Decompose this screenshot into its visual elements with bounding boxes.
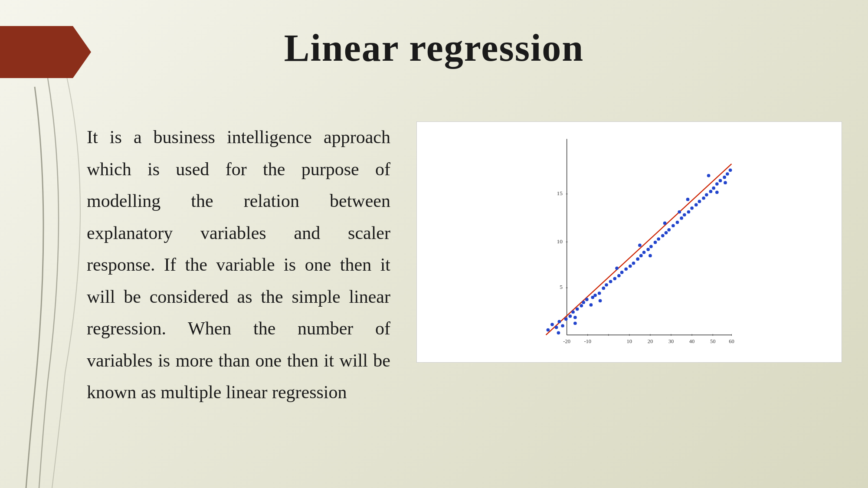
svg-point-78: [615, 266, 619, 270]
svg-point-49: [632, 262, 635, 265]
svg-point-56: [657, 237, 660, 241]
svg-point-41: [602, 287, 605, 290]
text-block: It is a business intelligence approach w…: [87, 121, 390, 409]
svg-text:60: 60: [729, 338, 734, 344]
svg-point-29: [558, 320, 561, 324]
svg-text:30: 30: [668, 338, 674, 344]
chart-container: 5 10 15 -20 -10 10 20 30 40 50 60: [416, 121, 842, 363]
svg-point-87: [724, 181, 727, 184]
svg-point-69: [705, 193, 708, 197]
svg-point-54: [649, 245, 653, 248]
svg-point-31: [564, 318, 568, 321]
svg-point-63: [683, 213, 686, 216]
svg-text:-20: -20: [563, 338, 570, 344]
svg-point-88: [715, 190, 719, 194]
svg-point-71: [712, 187, 715, 190]
svg-point-45: [617, 274, 621, 278]
svg-point-36: [582, 301, 585, 304]
svg-point-38: [590, 303, 593, 307]
svg-text:20: 20: [648, 338, 653, 344]
svg-point-50: [636, 257, 639, 261]
svg-point-34: [576, 308, 579, 311]
svg-point-90: [573, 321, 577, 325]
svg-point-72: [715, 182, 719, 186]
svg-point-77: [599, 299, 602, 302]
slide: Linear regression It is a business intel…: [0, 0, 868, 488]
svg-text:10: 10: [557, 238, 563, 245]
svg-text:40: 40: [689, 338, 695, 344]
svg-point-64: [687, 210, 691, 214]
svg-point-40: [598, 291, 601, 295]
svg-point-86: [678, 210, 681, 214]
svg-text:-10: -10: [584, 338, 591, 344]
svg-point-33: [571, 310, 575, 314]
svg-point-75: [726, 172, 729, 176]
svg-point-84: [591, 296, 594, 299]
svg-point-85: [649, 254, 652, 258]
svg-point-74: [723, 176, 726, 179]
svg-point-28: [555, 326, 558, 329]
svg-point-62: [680, 216, 683, 220]
svg-point-82: [707, 174, 711, 177]
svg-point-73: [719, 179, 722, 183]
svg-point-79: [638, 244, 642, 247]
content-area: It is a business intelligence approach w…: [87, 121, 842, 409]
svg-point-61: [676, 221, 679, 224]
svg-point-66: [694, 203, 698, 206]
svg-text:15: 15: [557, 190, 563, 197]
svg-point-48: [629, 265, 632, 268]
svg-point-46: [620, 271, 624, 274]
svg-point-26: [547, 328, 550, 332]
svg-point-65: [690, 206, 694, 210]
svg-point-35: [580, 304, 583, 308]
svg-point-68: [702, 197, 705, 200]
svg-point-57: [661, 234, 665, 237]
svg-point-27: [550, 323, 554, 326]
svg-point-53: [646, 248, 650, 251]
svg-point-81: [686, 198, 690, 201]
svg-point-60: [671, 224, 675, 227]
svg-point-43: [609, 280, 613, 283]
svg-point-47: [624, 267, 628, 271]
svg-point-37: [585, 298, 589, 301]
svg-point-59: [667, 228, 671, 232]
svg-point-51: [639, 254, 643, 258]
svg-point-76: [729, 169, 732, 172]
svg-point-32: [569, 314, 572, 318]
svg-point-70: [709, 190, 713, 193]
svg-point-44: [613, 277, 616, 281]
title-area: Linear regression: [0, 26, 868, 70]
svg-point-80: [663, 222, 667, 225]
svg-point-30: [561, 324, 564, 328]
svg-text:5: 5: [560, 284, 563, 290]
svg-point-58: [665, 231, 668, 235]
svg-point-83: [573, 316, 577, 319]
svg-text:50: 50: [710, 338, 716, 344]
svg-point-55: [654, 241, 657, 244]
chart-svg: 5 10 15 -20 -10 10 20 30 40 50 60: [439, 131, 829, 347]
svg-point-67: [698, 200, 701, 203]
svg-rect-0: [534, 131, 734, 347]
slide-title: Linear regression: [0, 26, 868, 70]
svg-point-52: [642, 251, 646, 254]
svg-point-89: [557, 331, 560, 335]
body-text: It is a business intelligence approach w…: [87, 121, 390, 409]
svg-text:10: 10: [627, 338, 632, 344]
svg-point-42: [605, 283, 608, 287]
